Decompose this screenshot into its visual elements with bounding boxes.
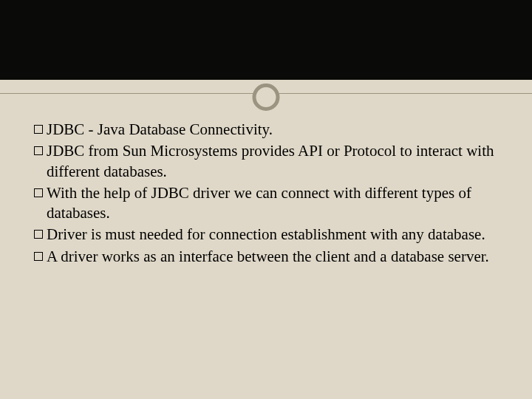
list-item: JDBC from Sun Microsystems provides API … xyxy=(34,141,498,182)
title-bar xyxy=(0,0,532,80)
bullet-text: A driver works as an interface between t… xyxy=(47,247,498,267)
bullet-text: JDBC - Java Database Connectivity. xyxy=(47,120,498,140)
list-item: Driver is must needed for connection est… xyxy=(34,225,498,245)
list-item: With the help of JDBC driver we can conn… xyxy=(34,183,498,224)
square-bullet-icon xyxy=(34,188,43,197)
square-bullet-icon xyxy=(34,230,43,239)
bullet-text: JDBC from Sun Microsystems provides API … xyxy=(47,141,498,182)
square-bullet-icon xyxy=(34,146,43,155)
list-item: JDBC - Java Database Connectivity. xyxy=(34,120,498,140)
content-area: JDBC - Java Database Connectivity. JDBC … xyxy=(34,120,498,268)
slide: JDBC - Java Database Connectivity. JDBC … xyxy=(0,0,532,399)
list-item: A driver works as an interface between t… xyxy=(34,247,498,267)
bullet-text: Driver is must needed for connection est… xyxy=(47,225,498,245)
bullet-text: With the help of JDBC driver we can conn… xyxy=(47,183,498,224)
ring-icon xyxy=(253,83,280,111)
square-bullet-icon xyxy=(34,252,43,261)
square-bullet-icon xyxy=(34,125,43,134)
